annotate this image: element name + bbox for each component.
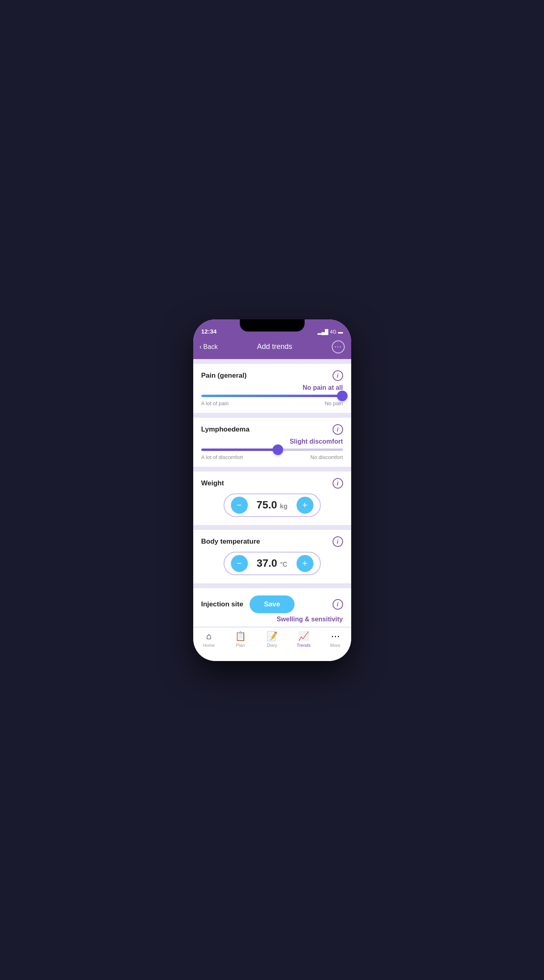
more-dots-icon: ··· (334, 342, 341, 351)
network-label: 4G (330, 329, 336, 335)
temperature-decrement-button[interactable]: − (231, 555, 248, 572)
nav-item-plan[interactable]: 📋 Plan (225, 631, 256, 648)
injection-site-title: Injection site (201, 600, 243, 608)
pain-slider-label: No pain at all (201, 384, 343, 391)
weight-unit: kg (280, 503, 288, 510)
status-time: 12:34 (201, 328, 217, 335)
phone-frame: 12:34 ▂▄█ 4G ▬ ‹ Back Add trends ··· (193, 319, 351, 661)
temperature-value: 37.0 °C (256, 557, 288, 570)
pain-slider-labels: A lot of pain No pain (201, 400, 343, 406)
save-button[interactable]: Save (250, 595, 295, 613)
nav-label-home: Home (203, 643, 215, 648)
weight-title: Weight (201, 479, 224, 487)
back-chevron-icon: ‹ (200, 343, 202, 351)
top-divider (193, 359, 351, 364)
weight-info-icon[interactable]: i (333, 478, 343, 489)
injection-status-label: Swelling & sensitivity (201, 616, 343, 623)
temperature-unit: °C (280, 561, 287, 568)
trends-icon: 📈 (298, 631, 309, 642)
phone-screen: 12:34 ▂▄█ 4G ▬ ‹ Back Add trends ··· (193, 319, 351, 661)
temperature-header: Body temperature i (201, 536, 343, 547)
back-button[interactable]: ‹ Back (200, 343, 218, 351)
pain-left-label: A lot of pain (201, 400, 229, 406)
signal-icon: ▂▄█ (318, 329, 328, 335)
pain-slider-track (201, 395, 343, 397)
pain-section: Pain (general) i No pain at all A lot of… (193, 364, 351, 413)
pain-slider-thumb[interactable] (337, 391, 348, 401)
page-title: Add trends (257, 342, 292, 351)
home-icon: ⌂ (206, 631, 211, 642)
more-nav-icon: ⋯ (331, 631, 340, 642)
notch (240, 319, 305, 332)
temperature-title: Body temperature (201, 538, 260, 546)
weight-stepper: − 75.0 kg + (201, 493, 343, 517)
temperature-info-icon[interactable]: i (333, 536, 343, 547)
lymph-slider-labels: A lot of discomfort No discomfort (201, 454, 343, 460)
lymph-slider-label: Slight discomfort (201, 438, 343, 445)
back-label: Back (203, 343, 218, 351)
diary-icon: 📝 (267, 631, 277, 642)
divider-3 (193, 525, 351, 530)
weight-increment-button[interactable]: + (297, 497, 314, 514)
lymph-right-label: No discomfort (310, 454, 343, 460)
nav-item-diary[interactable]: 📝 Diary (256, 631, 288, 648)
app-header: ‹ Back Add trends ··· (193, 337, 351, 359)
lymph-info-icon[interactable]: i (333, 424, 343, 435)
weight-header: Weight i (201, 478, 343, 489)
nav-label-diary: Diary (267, 643, 277, 648)
more-options-button[interactable]: ··· (332, 340, 345, 353)
pain-slider-container (201, 395, 343, 397)
weight-value: 75.0 kg (256, 499, 288, 511)
nav-item-trends[interactable]: 📈 Trends (288, 631, 320, 648)
content-scroll[interactable]: Pain (general) i No pain at all A lot of… (193, 359, 351, 627)
status-icons: ▂▄█ 4G ▬ (318, 329, 343, 335)
lymph-left-label: A lot of discomfort (201, 454, 243, 460)
lymphoedema-section: Lymphoedema i Slight discomfort A lot of… (193, 418, 351, 467)
nav-item-more[interactable]: ⋯ More (320, 631, 351, 648)
injection-info-icon[interactable]: i (333, 599, 343, 610)
temperature-increment-button[interactable]: + (297, 555, 314, 572)
divider-4 (193, 583, 351, 588)
temperature-section: Body temperature i − 37.0 °C (193, 530, 351, 583)
nav-label-plan: Plan (236, 643, 245, 648)
lymph-slider-container (201, 449, 343, 451)
nav-item-home[interactable]: ⌂ Home (193, 631, 225, 648)
temperature-stepper-wrapper: − 37.0 °C + (224, 552, 321, 575)
bottom-nav: ⌂ Home 📋 Plan 📝 Diary 📈 Trends ⋯ More (193, 627, 351, 661)
nav-label-trends: Trends (297, 643, 311, 648)
pain-header: Pain (general) i (201, 370, 343, 381)
pain-info-icon[interactable]: i (333, 370, 343, 381)
weight-section: Weight i − 75.0 kg (193, 472, 351, 525)
plan-icon: 📋 (235, 631, 246, 642)
lymph-header: Lymphoedema i (201, 424, 343, 435)
injection-header-row: Injection site Save i (201, 595, 343, 614)
nav-label-more: More (330, 643, 340, 648)
lymph-title: Lymphoedema (201, 425, 250, 434)
pain-right-label: No pain (325, 400, 343, 406)
pain-title: Pain (general) (201, 372, 247, 380)
temperature-stepper: − 37.0 °C + (201, 552, 343, 575)
battery-icon: ▬ (338, 329, 343, 335)
weight-decrement-button[interactable]: − (231, 497, 248, 514)
divider-2 (193, 467, 351, 472)
injection-site-section: Injection site Save i Swelling & sensiti… (193, 588, 351, 626)
divider-1 (193, 413, 351, 418)
lymph-track-fill (201, 449, 281, 451)
lymph-slider-track (201, 449, 343, 451)
lymph-slider-thumb[interactable] (273, 444, 283, 455)
weight-stepper-wrapper: − 75.0 kg + (224, 493, 321, 517)
